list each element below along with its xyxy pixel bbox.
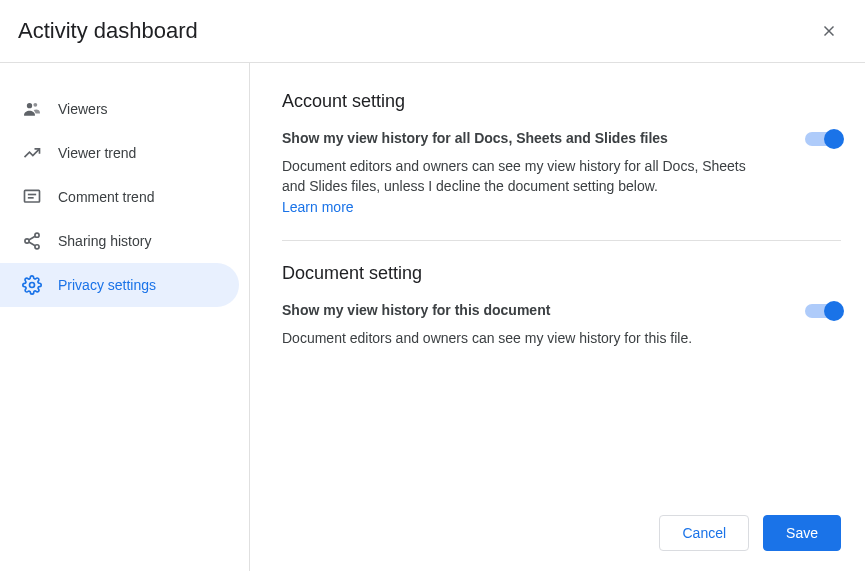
cancel-button[interactable]: Cancel — [659, 515, 749, 551]
divider — [282, 240, 841, 241]
close-button[interactable] — [817, 19, 841, 43]
dialog-title: Activity dashboard — [18, 18, 198, 44]
people-icon — [22, 99, 42, 119]
sidebar-item-label: Viewers — [58, 101, 108, 117]
document-setting-title: Show my view history for this document — [282, 302, 762, 318]
sidebar-item-privacy-settings[interactable]: Privacy settings — [0, 263, 239, 307]
svg-line-11 — [29, 242, 35, 246]
svg-point-9 — [35, 245, 39, 249]
sidebar-item-comment-trend[interactable]: Comment trend — [0, 175, 239, 219]
svg-line-10 — [29, 236, 35, 240]
content-area: Account setting Show my view history for… — [250, 63, 865, 571]
sidebar-item-label: Viewer trend — [58, 145, 136, 161]
sidebar-item-label: Comment trend — [58, 189, 154, 205]
account-heading: Account setting — [282, 91, 841, 112]
account-toggle[interactable] — [805, 132, 841, 146]
sidebar-item-viewers[interactable]: Viewers — [0, 87, 239, 131]
document-setting-desc: Document editors and owners can see my v… — [282, 328, 762, 348]
account-setting-title: Show my view history for all Docs, Sheet… — [282, 130, 762, 146]
document-section: Document setting Show my view history fo… — [282, 263, 841, 348]
trend-icon — [22, 143, 42, 163]
svg-point-3 — [33, 103, 37, 107]
svg-point-7 — [35, 233, 39, 237]
svg-rect-4 — [25, 190, 40, 202]
learn-more-link[interactable]: Learn more — [282, 199, 354, 215]
sidebar-item-sharing-history[interactable]: Sharing history — [0, 219, 239, 263]
dialog-header: Activity dashboard — [0, 0, 865, 63]
document-heading: Document setting — [282, 263, 841, 284]
footer: Cancel Save — [282, 497, 841, 571]
sidebar: Viewers Viewer trend Comment trend Shari… — [0, 63, 250, 571]
sidebar-item-label: Sharing history — [58, 233, 151, 249]
document-toggle[interactable] — [805, 304, 841, 318]
account-setting-desc: Document editors and owners can see my v… — [282, 156, 762, 197]
account-section: Account setting Show my view history for… — [282, 91, 841, 216]
comment-icon — [22, 187, 42, 207]
save-button[interactable]: Save — [763, 515, 841, 551]
close-icon — [820, 22, 838, 40]
svg-point-8 — [25, 239, 29, 243]
sidebar-item-label: Privacy settings — [58, 277, 156, 293]
svg-point-2 — [27, 103, 32, 108]
sidebar-item-viewer-trend[interactable]: Viewer trend — [0, 131, 239, 175]
svg-point-12 — [30, 283, 35, 288]
share-icon — [22, 231, 42, 251]
gear-icon — [22, 275, 42, 295]
